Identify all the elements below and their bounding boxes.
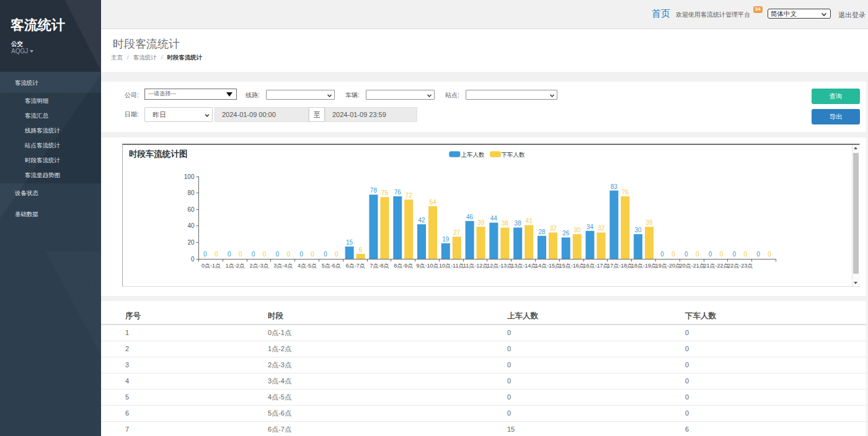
svg-text:39: 39 <box>646 219 653 226</box>
svg-text:60: 60 <box>187 206 195 213</box>
svg-text:3点-4点: 3点-4点 <box>273 263 293 269</box>
svg-text:0: 0 <box>684 251 688 258</box>
svg-text:39: 39 <box>477 219 485 226</box>
svg-text:38: 38 <box>502 220 509 227</box>
svg-text:46: 46 <box>466 214 474 220</box>
svg-text:27: 27 <box>453 229 461 236</box>
svg-text:15点-16点: 15点-16点 <box>559 263 585 269</box>
svg-text:28: 28 <box>538 229 546 235</box>
svg-text:0: 0 <box>671 251 675 258</box>
svg-text:20点-21点: 20点-21点 <box>680 263 705 269</box>
svg-text:6点-7点: 6点-7点 <box>346 263 365 269</box>
svg-text:40: 40 <box>187 222 195 229</box>
svg-text:12点-13点: 12点-13点 <box>487 263 512 269</box>
svg-text:1点-2点: 1点-2点 <box>226 263 245 269</box>
svg-text:15: 15 <box>346 239 353 246</box>
svg-text:30: 30 <box>574 227 581 233</box>
svg-text:0: 0 <box>228 251 231 258</box>
svg-text:0: 0 <box>709 251 712 258</box>
svg-text:0: 0 <box>275 251 279 258</box>
svg-text:22点-23点: 22点-23点 <box>727 263 753 269</box>
svg-text:0: 0 <box>299 251 303 258</box>
svg-text:41: 41 <box>526 217 533 224</box>
svg-text:75: 75 <box>381 190 389 196</box>
svg-text:8点-9点: 8点-9点 <box>394 263 413 269</box>
svg-text:0: 0 <box>732 251 736 258</box>
svg-text:下车人数: 下车人数 <box>502 151 526 158</box>
svg-text:5点-6点: 5点-6点 <box>322 263 341 269</box>
svg-text:80: 80 <box>187 190 195 196</box>
svg-text:76: 76 <box>394 189 402 196</box>
svg-text:32: 32 <box>598 225 605 232</box>
svg-text:11点-12点: 11点-12点 <box>463 263 488 269</box>
svg-text:32: 32 <box>549 225 557 232</box>
svg-text:0: 0 <box>215 251 218 258</box>
svg-text:19点-20点: 19点-20点 <box>655 263 681 269</box>
svg-text:0: 0 <box>191 256 195 263</box>
svg-text:0: 0 <box>311 251 314 258</box>
svg-text:26: 26 <box>562 230 570 237</box>
svg-text:0: 0 <box>768 251 771 258</box>
svg-text:4点-5点: 4点-5点 <box>298 263 317 269</box>
svg-text:18点-19点: 18点-19点 <box>631 263 657 269</box>
svg-text:0: 0 <box>756 251 760 258</box>
svg-text:上车人数: 上车人数 <box>461 151 485 158</box>
svg-text:0: 0 <box>286 251 290 258</box>
svg-text:76: 76 <box>622 189 629 196</box>
svg-text:0: 0 <box>203 251 207 258</box>
svg-text:14点-15点: 14点-15点 <box>535 263 560 269</box>
svg-text:0: 0 <box>720 251 724 258</box>
svg-text:21点-22点: 21点-22点 <box>703 263 728 269</box>
svg-text:6: 6 <box>359 246 363 253</box>
svg-text:72: 72 <box>405 192 413 199</box>
svg-text:0: 0 <box>660 251 664 258</box>
svg-text:7点-8点: 7点-8点 <box>370 263 389 269</box>
svg-text:0: 0 <box>743 251 747 258</box>
svg-text:44: 44 <box>490 215 498 222</box>
svg-text:16点-17点: 16点-17点 <box>583 263 609 269</box>
svg-text:42: 42 <box>418 217 425 224</box>
svg-text:0: 0 <box>696 251 699 258</box>
svg-text:0: 0 <box>324 251 327 258</box>
svg-text:13点-14点: 13点-14点 <box>511 263 536 269</box>
svg-text:38: 38 <box>515 220 522 227</box>
svg-text:17点-18点: 17点-18点 <box>607 263 632 269</box>
svg-text:78: 78 <box>370 187 378 194</box>
svg-text:64: 64 <box>429 199 436 206</box>
svg-text:10点-11点: 10点-11点 <box>439 263 464 269</box>
svg-text:30: 30 <box>635 227 642 233</box>
svg-text:0: 0 <box>239 251 242 258</box>
svg-text:0: 0 <box>335 251 339 258</box>
svg-text:0点-1点: 0点-1点 <box>202 263 221 269</box>
svg-text:20: 20 <box>187 239 195 246</box>
svg-text:0: 0 <box>252 251 255 258</box>
svg-text:0: 0 <box>263 251 267 258</box>
svg-text:100: 100 <box>184 173 195 180</box>
svg-text:83: 83 <box>611 183 618 190</box>
svg-text:19: 19 <box>442 236 450 243</box>
svg-text:34: 34 <box>587 224 594 230</box>
svg-text:9点-10点: 9点-10点 <box>416 263 438 269</box>
svg-text:2点-3点: 2点-3点 <box>249 263 268 269</box>
